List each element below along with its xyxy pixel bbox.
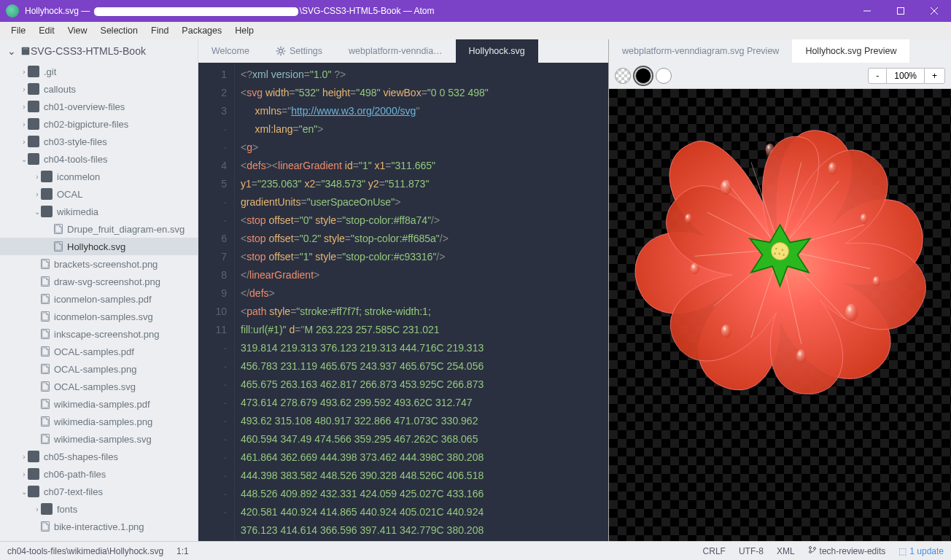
book-icon	[20, 46, 31, 56]
menu-help[interactable]: Help	[228, 26, 260, 36]
tree-item-label: OCAL	[57, 189, 82, 200]
tree-item[interactable]: draw-svg-screenshot.png	[0, 273, 198, 290]
chevron-icon: ⌄	[20, 155, 28, 163]
tree-item[interactable]: ›ch01-overview-files	[0, 98, 198, 115]
status-cursor[interactable]: 1:1	[176, 546, 189, 556]
file-icon	[41, 381, 50, 392]
editor-tab[interactable]: Hollyhock.svg	[456, 39, 538, 63]
svg-point-39	[796, 349, 807, 363]
zoom-out-button[interactable]: -	[869, 69, 887, 83]
file-icon	[41, 434, 50, 444]
status-update[interactable]: ⬚1 update	[898, 546, 944, 556]
tree-item[interactable]: brackets-screenshot.png	[0, 255, 198, 273]
tree-item[interactable]: Hollyhock.svg	[0, 238, 198, 255]
folder-icon	[41, 188, 53, 200]
tab-label: Hollyhock.svg Preview	[805, 46, 896, 56]
tree-item[interactable]: bike-interactive.1.png	[0, 518, 198, 535]
tree-item[interactable]: ›ch06-path-files	[0, 465, 198, 483]
svg-point-34	[828, 162, 837, 174]
tree-item[interactable]: ›ch03-style-files	[0, 133, 198, 150]
svg-rect-1	[898, 8, 904, 15]
menu-packages[interactable]: Packages	[175, 26, 228, 36]
chevron-icon: ›	[20, 68, 28, 76]
tree-item[interactable]: ⌄ch04-tools-files	[0, 150, 198, 168]
tree-item[interactable]: ›fonts	[0, 500, 198, 518]
tree-item[interactable]: ›ch05-shapes-files	[0, 448, 198, 465]
svg-point-37	[721, 324, 731, 338]
editor-pane: WelcomeSettingswebplatform-venndia…Holly…	[198, 39, 608, 541]
svg-point-36	[845, 304, 858, 322]
bg-checker-button[interactable]	[615, 68, 631, 84]
tree-item[interactable]: Drupe_fruit_diagram-en.svg	[0, 220, 198, 238]
tree-item[interactable]: iconmelon-samples.pdf	[0, 290, 198, 308]
file-icon	[54, 224, 63, 234]
tree-item[interactable]: OCAL-samples.svg	[0, 378, 198, 395]
svg-point-45	[813, 548, 815, 550]
preview-tab[interactable]: Hollyhock.svg Preview	[792, 39, 909, 63]
close-button[interactable]	[917, 0, 951, 22]
status-git-branch[interactable]: tech-review-edits	[808, 545, 886, 556]
zoom-in-button[interactable]: +	[925, 69, 944, 83]
tree-item[interactable]: ›iconmelon	[0, 168, 198, 185]
menu-view[interactable]: View	[61, 26, 94, 36]
file-icon	[41, 294, 50, 304]
tree-item-label: Drupe_fruit_diagram-en.svg	[67, 224, 185, 235]
folder-icon	[28, 136, 39, 147]
chevron-icon: ›	[34, 173, 41, 181]
svg-line-14	[277, 53, 279, 55]
editor-tab[interactable]: webplatform-venndia…	[335, 39, 456, 63]
editor-body[interactable]: 123··45··67891011·········· <?xml versio…	[198, 63, 608, 541]
tree-item[interactable]: ›OCAL	[0, 185, 198, 203]
tree-item[interactable]: wikimedia-samples.svg	[0, 430, 198, 448]
editor-tab[interactable]: Settings	[263, 39, 335, 63]
tree-item[interactable]: wikimedia-samples.pdf	[0, 395, 198, 413]
tree-item[interactable]: ›callouts	[0, 80, 198, 98]
editor-tab[interactable]: Welcome	[198, 39, 263, 63]
chevron-icon: ⌄	[34, 208, 41, 216]
editor-tabs: WelcomeSettingswebplatform-venndia…Holly…	[198, 39, 608, 63]
chevron-icon: ›	[34, 505, 41, 513]
menu-find[interactable]: Find	[144, 26, 175, 36]
tree-item[interactable]: iconmelon-samples.svg	[0, 308, 198, 325]
svg-point-44	[809, 551, 811, 553]
tree-item[interactable]: OCAL-samples.png	[0, 360, 198, 378]
maximize-button[interactable]	[884, 0, 917, 22]
svg-line-11	[277, 48, 279, 50]
status-language[interactable]: XML	[777, 546, 795, 556]
file-icon	[41, 399, 50, 409]
statusbar: ch04-tools-files\wikimedia\Hollyhock.svg…	[0, 541, 951, 560]
svg-rect-5	[23, 49, 28, 50]
folder-icon	[28, 66, 39, 77]
tree-item[interactable]: ⌄wikimedia	[0, 203, 198, 220]
tree-item-label: iconmelon	[57, 171, 100, 182]
status-path[interactable]: ch04-tools-files\wikimedia\Hollyhock.svg	[7, 546, 163, 556]
tree-item[interactable]: ⌄ch07-text-files	[0, 483, 198, 500]
preview-pane: webplatform-venndiagram.svg PreviewHolly…	[608, 39, 951, 541]
minimize-button[interactable]	[850, 0, 884, 22]
menu-file[interactable]: File	[4, 26, 32, 36]
status-encoding[interactable]: UTF-8	[739, 546, 764, 556]
tree-item-label: callouts	[44, 84, 76, 95]
preview-canvas[interactable]	[609, 89, 951, 541]
tree-item[interactable]: ›ch02-bigpicture-files	[0, 115, 198, 133]
code-area[interactable]: <?xml version="1.0" ?><svg width="532" h…	[235, 63, 608, 541]
file-icon	[41, 276, 50, 287]
bg-black-button[interactable]	[635, 68, 651, 84]
status-eol[interactable]: CRLF	[703, 546, 726, 556]
preview-tab[interactable]: webplatform-venndiagram.svg Preview	[609, 39, 792, 63]
svg-point-41	[685, 214, 692, 224]
svg-line-13	[283, 48, 284, 50]
menu-edit[interactable]: Edit	[32, 26, 61, 36]
tree-item[interactable]: OCAL-samples.pdf	[0, 343, 198, 360]
tree-item[interactable]: ›.git	[0, 63, 198, 80]
menu-selection[interactable]: Selection	[94, 26, 144, 36]
tree-item-label: OCAL-samples.png	[54, 364, 136, 375]
bg-white-button[interactable]	[656, 68, 672, 84]
project-root[interactable]: ⌄ SVG-CSS3-HTML5-Book	[0, 39, 198, 63]
tree-item-label: wikimedia	[57, 206, 98, 217]
chevron-icon: ›	[20, 470, 28, 478]
svg-point-30	[778, 253, 780, 255]
tree-item-label: ch04-tools-files	[44, 154, 107, 165]
tree-item[interactable]: inkscape-screenshot.png	[0, 325, 198, 343]
tree-item[interactable]: wikimedia-samples.png	[0, 413, 198, 430]
